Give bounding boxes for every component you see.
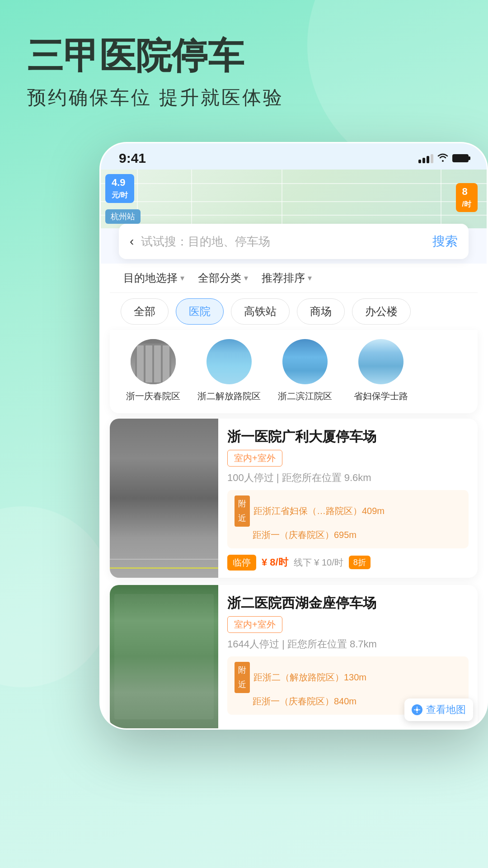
card-stats-2: 1644人停过 | 距您所在位置 8.7km [227, 637, 469, 651]
status-bar: 9:41 [101, 143, 487, 170]
parking-image-1 [110, 419, 218, 578]
price-original-1: 线下 ¥ 10/时 [294, 557, 343, 569]
header-area: 三甲医院停车 预约确保车位 提升就医体验 [0, 0, 488, 128]
parking-image-2 [110, 585, 218, 728]
hospital-name-1: 浙一庆春院区 [126, 390, 180, 402]
nearby-badge-1: 附近 [235, 495, 250, 527]
tab-office[interactable]: 办公楼 [352, 298, 411, 325]
type-badge-1: 室内+室外 [227, 450, 282, 467]
phone-mockup: 9:41 [99, 142, 488, 730]
parking-content-1: 浙一医院广利大厦停车场 室内+室外 100人停过 | 距您所在位置 9.6km … [218, 419, 478, 578]
map-btn-icon [412, 704, 422, 715]
temp-badge-1: 临停 [227, 555, 256, 571]
price-marker-2: 8/时 [456, 183, 478, 212]
discount-badge-1: 8折 [349, 556, 371, 569]
filter-arrow-3: ▾ [308, 273, 312, 283]
filter-category[interactable]: 全部分类 ▾ [198, 271, 248, 285]
nearby-info-1: 附近 距浙江省妇保（…路院区）409m 距浙一（庆春院区）695m [227, 490, 469, 548]
filter-row: 目的地选择 ▾ 全部分类 ▾ 推荐排序 ▾ [110, 264, 478, 292]
tab-train[interactable]: 高铁站 [231, 298, 290, 325]
search-bar[interactable]: ‹ 试试搜：目的地、停车场 搜索 [119, 224, 469, 259]
search-input[interactable]: 试试搜：目的地、停车场 [141, 234, 425, 250]
battery-icon [452, 154, 469, 162]
filter-arrow-1: ▾ [180, 273, 184, 283]
bg-circle-2 [0, 506, 113, 687]
category-tabs: 全部 医院 高铁站 商场 办公楼 [110, 292, 478, 330]
hospital-avatar-1 [131, 339, 176, 384]
price-row-1: 临停 ¥ 8/时 线下 ¥ 10/时 8折 [227, 555, 469, 571]
svg-point-0 [416, 708, 418, 711]
hospital-avatar-4 [358, 339, 404, 384]
parking-card-1[interactable]: 浙一医院广利大厦停车场 室内+室外 100人停过 | 距您所在位置 9.6km … [110, 419, 478, 578]
phone-mockup-wrapper: 9:41 [99, 142, 488, 730]
hospital-item-4[interactable]: 省妇保学士路 [345, 339, 417, 402]
tab-mall[interactable]: 商场 [297, 298, 345, 325]
second-card-wrapper: 浙二医院西湖金座停车场 室内+室外 1644人停过 | 距您所在位置 8.7km… [101, 585, 487, 728]
price-main-1: ¥ 8/时 [262, 556, 288, 569]
nearby-badge-2: 附近 [235, 662, 250, 693]
signal-icon [418, 153, 433, 163]
type-badge-2: 室内+室外 [227, 616, 282, 633]
main-title: 三甲医院停车 [27, 36, 461, 76]
wifi-icon [437, 152, 449, 165]
nearby-row-2: 距浙一（庆春院区）695m [235, 527, 461, 543]
nearby-row-3: 附近 距浙二（解放路院区）130m [235, 662, 461, 693]
sub-title: 预约确保车位 提升就医体验 [27, 85, 461, 110]
status-icons [418, 152, 469, 165]
filter-arrow-2: ▾ [244, 273, 248, 283]
station-label: 杭州站 [105, 209, 141, 224]
hospital-avatar-3 [282, 339, 328, 384]
hospital-name-2: 浙二解放路院区 [197, 390, 261, 402]
parking-name-2: 浙二医院西湖金座停车场 [227, 594, 469, 612]
tab-all[interactable]: 全部 [121, 298, 169, 325]
filter-destination[interactable]: 目的地选择 ▾ [123, 271, 184, 285]
hospital-item-2[interactable]: 浙二解放路院区 [193, 339, 265, 402]
parking-name-1: 浙一医院广利大厦停车场 [227, 428, 469, 445]
hospital-item-1[interactable]: 浙一庆春院区 [117, 339, 189, 402]
hospital-name-3: 浙二滨江院区 [278, 390, 332, 402]
hospital-row: 浙一庆春院区 浙二解放路院区 浙二滨江院区 省妇保学士路 [110, 330, 478, 413]
map-background: 4.9元/时 杭州站 8/时 [101, 170, 487, 228]
card-stats-1: 100人停过 | 距您所在位置 9.6km [227, 471, 469, 485]
back-button[interactable]: ‹ [130, 234, 134, 249]
hospital-item-3[interactable]: 浙二滨江院区 [269, 339, 341, 402]
search-container-bg: ‹ 试试搜：目的地、停车场 搜索 [101, 228, 487, 264]
hospital-avatar-2 [206, 339, 252, 384]
nearby-row-1: 附近 距浙江省妇保（…路院区）409m [235, 495, 461, 527]
status-time: 9:41 [119, 151, 146, 166]
map-btn-label: 查看地图 [426, 703, 466, 717]
tab-hospital[interactable]: 医院 [176, 298, 224, 325]
hospital-name-4: 省妇保学士路 [354, 390, 408, 402]
search-button[interactable]: 搜索 [432, 233, 458, 250]
filter-sort[interactable]: 推荐排序 ▾ [262, 271, 312, 285]
view-map-button[interactable]: 查看地图 [404, 698, 473, 721]
price-marker: 4.9元/时 [105, 174, 134, 203]
